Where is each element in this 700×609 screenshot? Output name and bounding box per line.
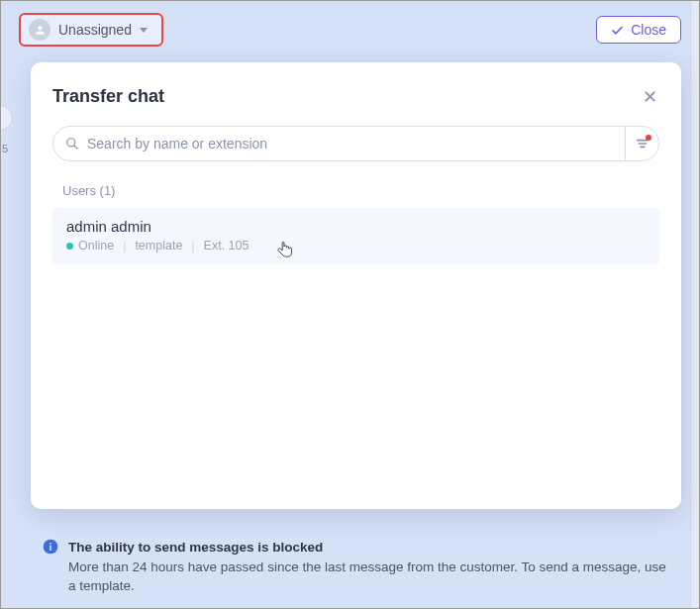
status-dot-icon xyxy=(66,243,73,250)
unread-count-partial: 5 xyxy=(2,143,8,154)
svg-rect-7 xyxy=(50,543,50,544)
filter-active-indicator xyxy=(646,135,651,141)
modal-header: Transfer chat ✕ xyxy=(52,86,659,108)
left-cutoff: 5 xyxy=(1,105,19,174)
close-chat-button[interactable]: Close xyxy=(596,16,681,44)
user-name: admin admin xyxy=(66,218,646,235)
close-chat-label: Close xyxy=(631,22,666,38)
chat-header: Unassigned Close xyxy=(1,1,699,58)
search-input[interactable] xyxy=(87,136,613,152)
banner-heading: The ability to send messages is blocked xyxy=(68,540,323,555)
svg-line-1 xyxy=(74,146,78,150)
svg-point-0 xyxy=(67,139,75,147)
users-group-label: Users (1) xyxy=(52,183,659,198)
meta-separator: | xyxy=(191,239,194,253)
user-row[interactable]: admin admin Online | template | Ext. 105 xyxy=(52,208,659,264)
meta-separator: | xyxy=(123,239,126,253)
search-input-wrap[interactable] xyxy=(53,127,625,160)
search-icon xyxy=(65,137,79,151)
transfer-chat-modal: Transfer chat ✕ Users (1) admin admin On… xyxy=(31,62,681,509)
contact-avatar-partial xyxy=(0,105,13,131)
person-icon xyxy=(29,19,50,41)
chevron-down-icon xyxy=(140,28,148,33)
user-meta: Online | template | Ext. 105 xyxy=(66,239,646,253)
modal-title: Transfer chat xyxy=(52,86,164,107)
close-icon: ✕ xyxy=(643,87,657,107)
filter-button[interactable] xyxy=(625,127,658,160)
info-icon xyxy=(43,539,58,555)
check-icon xyxy=(611,25,624,36)
user-status: Online xyxy=(66,239,114,253)
assignee-label: Unassigned xyxy=(58,22,132,38)
banner-body: More than 24 hours have passed since the… xyxy=(68,559,666,594)
blocked-banner: The ability to send messages is blocked … xyxy=(43,538,671,596)
assignee-dropdown[interactable]: Unassigned xyxy=(19,13,163,47)
user-status-text: Online xyxy=(78,239,114,253)
search-bar xyxy=(52,126,659,161)
user-extension: Ext. 105 xyxy=(204,239,250,253)
banner-text: The ability to send messages is blocked … xyxy=(68,538,671,596)
close-modal-button[interactable]: ✕ xyxy=(641,86,659,108)
user-role: template xyxy=(135,239,182,253)
svg-rect-6 xyxy=(50,546,50,551)
right-gutter xyxy=(690,1,699,608)
